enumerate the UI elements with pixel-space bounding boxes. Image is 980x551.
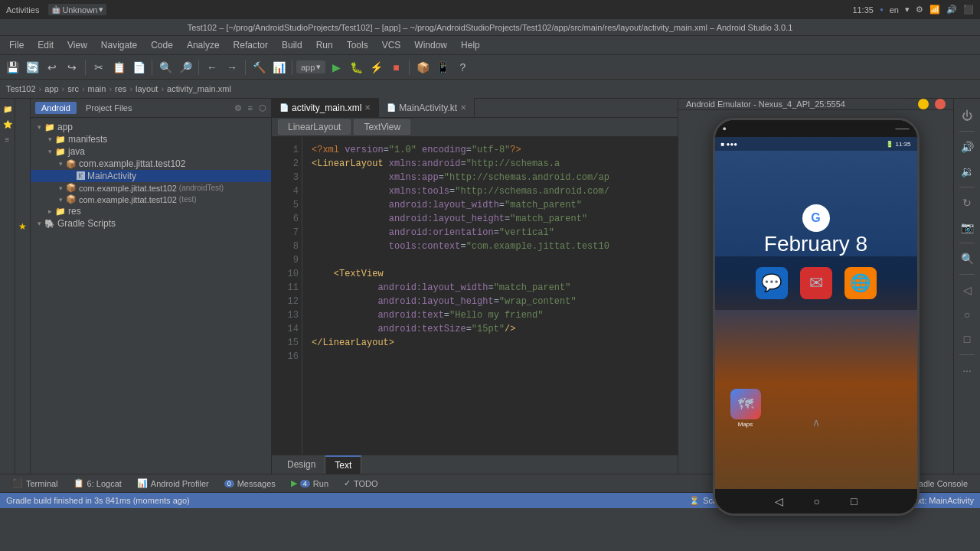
tree-item-mainactivity[interactable]: 🅺 MainActivity xyxy=(31,170,271,182)
phone-back-button[interactable]: ◁ xyxy=(775,495,783,507)
rt-zoom-icon[interactable]: 🔍 xyxy=(956,248,978,269)
toolbar-save-all[interactable]: 💾 xyxy=(3,58,21,77)
editor-tab-activity-main[interactable]: 📄 activity_main.xml ✕ xyxy=(272,98,379,117)
lang-label[interactable]: en xyxy=(890,5,899,15)
menu-code[interactable]: Code xyxy=(145,38,179,52)
bottom-tab-profiler[interactable]: 📊 Android Profiler xyxy=(131,477,215,490)
panel-expand-icon[interactable]: ⬡ xyxy=(259,103,266,113)
breadcrumb-src[interactable]: src xyxy=(67,84,79,93)
menu-refactor[interactable]: Refactor xyxy=(227,38,274,52)
layout-tab-textview[interactable]: TextView xyxy=(354,119,410,135)
rt-home-icon[interactable]: ○ xyxy=(956,304,978,325)
breadcrumb-main[interactable]: main xyxy=(88,84,106,93)
menu-build[interactable]: Build xyxy=(276,38,309,52)
panel-gear-icon[interactable]: ≡ xyxy=(248,103,253,112)
toolbar-copy[interactable]: 📋 xyxy=(109,58,128,77)
tree-item-java[interactable]: ▾ 📁 java xyxy=(31,145,271,158)
toolbar-build[interactable]: 🔨 xyxy=(250,58,268,77)
toolbar-redo[interactable]: ↪ xyxy=(63,58,81,77)
menu-tools[interactable]: Tools xyxy=(341,38,374,52)
bottom-tab-design[interactable]: Design xyxy=(278,455,325,474)
profile-button[interactable]: ⚡ xyxy=(367,58,385,77)
phone-recents-button[interactable]: □ xyxy=(851,495,857,507)
run-config-selector[interactable]: app ▾ xyxy=(296,60,325,73)
emulator-close-button[interactable]: ✕ xyxy=(935,99,946,109)
menu-analyze[interactable]: Analyze xyxy=(181,38,226,52)
tree-item-package-androidtest[interactable]: ▾ 📦 com.example.jittat.test102 (androidT… xyxy=(31,182,271,194)
maps-app-icon[interactable]: 🗺 xyxy=(730,389,761,419)
project-tool-icon[interactable]: 📁 xyxy=(1,102,15,116)
tree-item-manifests[interactable]: ▾ 📁 manifests xyxy=(31,133,271,145)
breadcrumb-layout[interactable]: layout xyxy=(136,84,158,93)
settings-icon[interactable]: ⚙ xyxy=(916,5,923,15)
rt-more-icon[interactable]: ··· xyxy=(956,360,978,381)
bottom-tab-run[interactable]: ▶ 4 Run xyxy=(285,477,335,490)
tab-close-activity-main[interactable]: ✕ xyxy=(364,103,371,112)
bottom-tab-text[interactable]: Text xyxy=(325,455,361,474)
menu-navigate[interactable]: Navigate xyxy=(95,38,143,52)
dock-chrome-icon[interactable]: 🌐 xyxy=(844,267,877,299)
structure-icon[interactable]: ≡ xyxy=(1,132,15,146)
dock-messages-icon[interactable]: 💬 xyxy=(756,267,788,299)
toolbar-paste[interactable]: 📄 xyxy=(129,58,148,77)
phone-home-button[interactable]: ○ xyxy=(814,495,820,507)
tab-close-mainactivity[interactable]: ✕ xyxy=(460,103,466,112)
toolbar-back[interactable]: ← xyxy=(203,58,221,77)
bottom-tab-messages[interactable]: 0 Messages xyxy=(218,478,282,490)
avd-manager-button[interactable]: 📱 xyxy=(433,58,452,77)
rt-screenshot-icon[interactable]: 📷 xyxy=(956,217,978,238)
unknown-button[interactable]: 🤖 Unknown ▾ xyxy=(48,4,106,15)
phone-maps-icon[interactable]: 🗺 Maps xyxy=(730,389,761,428)
help-button[interactable]: ? xyxy=(453,58,472,77)
breadcrumb-file[interactable]: activity_main.xml xyxy=(167,84,231,93)
tree-item-package-test[interactable]: ▾ 📦 com.example.jittat.test102 (test) xyxy=(31,194,271,205)
tree-item-gradle[interactable]: ▾ 🐘 Gradle Scripts xyxy=(31,217,271,230)
debug-button[interactable]: 🐛 xyxy=(347,58,365,77)
phone-screen[interactable]: ■ ●●● 🔋 11:35 G February 8 🗺 Maps ∧ xyxy=(715,137,917,489)
menu-vcs[interactable]: VCS xyxy=(376,38,407,52)
rt-square-icon[interactable]: □ xyxy=(956,328,978,350)
emulator-minimize-button[interactable]: − xyxy=(918,99,929,109)
rt-volume-up-icon[interactable]: 🔊 xyxy=(956,136,978,158)
toolbar-undo[interactable]: ↩ xyxy=(43,58,61,77)
toolbar-forward[interactable]: → xyxy=(223,58,241,77)
phone-google-search[interactable]: G xyxy=(802,204,830,232)
stop-button[interactable]: ■ xyxy=(387,58,405,77)
code-editor[interactable]: 1234 5678 9101112 13141516 <?xml version… xyxy=(272,137,678,455)
layout-tab-linearlayout[interactable]: LinearLayout xyxy=(278,119,351,135)
tree-item-package-main[interactable]: ▾ 📦 com.example.jittat.test102 xyxy=(31,158,271,170)
panel-tab-project-files[interactable]: Project Files xyxy=(80,102,139,114)
breadcrumb-res[interactable]: res xyxy=(115,84,126,93)
dock-gmail-icon[interactable]: ✉ xyxy=(800,267,832,299)
toolbar-sync[interactable]: 🔄 xyxy=(23,58,41,77)
breadcrumb-app[interactable]: app xyxy=(44,84,58,93)
tree-item-res[interactable]: ▸ 📁 res xyxy=(31,205,271,217)
rt-volume-down-icon[interactable]: 🔉 xyxy=(956,161,978,182)
menu-run[interactable]: Run xyxy=(310,38,339,52)
breadcrumb-test102[interactable]: Test102 xyxy=(6,84,36,93)
bottom-tab-terminal[interactable]: ⬛ Terminal xyxy=(6,477,64,490)
panel-settings-icon[interactable]: ⚙ xyxy=(234,103,242,113)
activities-label[interactable]: Activities xyxy=(6,5,39,15)
toolbar-cut[interactable]: ✂ xyxy=(90,58,108,77)
sdk-manager-button[interactable]: 📦 xyxy=(413,58,432,77)
bottom-tab-logcat[interactable]: 📋 6: Logcat xyxy=(67,477,128,490)
toolbar-analyze[interactable]: 📊 xyxy=(270,58,288,77)
tree-item-app[interactable]: ▾ 📁 app xyxy=(31,121,271,133)
menu-window[interactable]: Window xyxy=(408,38,453,52)
menu-edit[interactable]: Edit xyxy=(31,38,60,52)
toolbar-search[interactable]: 🔍 xyxy=(156,58,175,77)
menu-view[interactable]: View xyxy=(61,38,93,52)
toolbar-search-replace[interactable]: 🔎 xyxy=(176,58,194,77)
favorites-icon[interactable]: ⭐ xyxy=(1,117,15,131)
rt-back-icon[interactable]: ◁ xyxy=(956,279,978,301)
run-button[interactable]: ▶ xyxy=(327,58,345,77)
menu-help[interactable]: Help xyxy=(455,38,486,52)
rt-power-icon[interactable]: ⏻ xyxy=(956,105,978,126)
rt-rotate-icon[interactable]: ↻ xyxy=(956,192,978,214)
editor-tab-mainactivity[interactable]: 📄 MainActivity.kt ✕ xyxy=(379,98,475,117)
bottom-tab-todo[interactable]: ✓ TODO xyxy=(338,477,384,490)
volume-icon[interactable]: 🔊 xyxy=(946,5,957,15)
menu-file[interactable]: File xyxy=(3,38,30,52)
code-content[interactable]: <?xml version="1.0" encoding="utf-8"?> <… xyxy=(302,137,678,455)
